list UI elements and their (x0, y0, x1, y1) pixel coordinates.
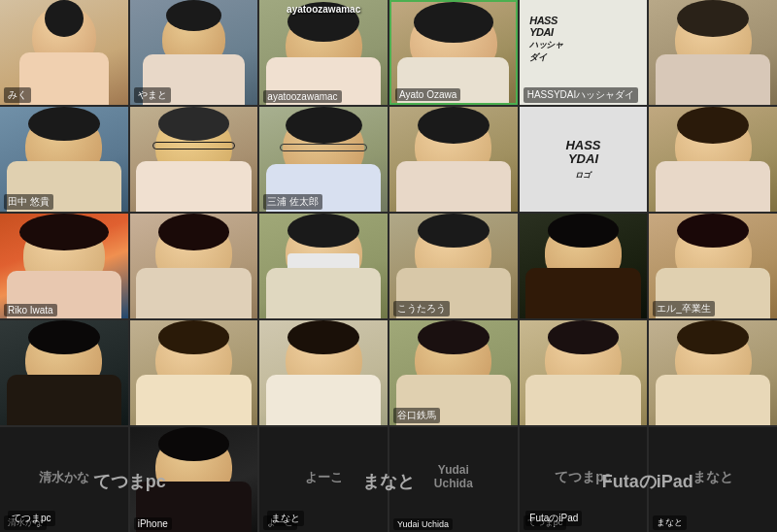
name-manato: まなと (653, 515, 687, 530)
name-koutarou: こうたろう (393, 301, 450, 316)
cell-iphone[interactable]: iPhone (130, 427, 258, 532)
name-yudai: Yudai Uchida (393, 518, 453, 530)
cell-unknown9[interactable] (130, 320, 258, 425)
cell-koutarou[interactable]: こうたろう (389, 214, 518, 318)
cell-unknown1[interactable] (649, 0, 777, 105)
cell-unknown3[interactable] (389, 107, 518, 212)
hassydai-text: HASSYDAIハッシャダイ (529, 15, 562, 63)
center-text-yoko: よーこ (305, 469, 343, 486)
name-taniguchi: 谷口鉄馬 (393, 408, 440, 423)
cell-unknown6[interactable] (259, 214, 388, 318)
cell-unknown7[interactable] (520, 214, 648, 318)
cell-tanaka[interactable]: 田中 悠貴 (0, 107, 128, 212)
hassydai-logo2: HASSYDAIロゴ (565, 139, 600, 181)
cell-yoko[interactable]: よーこ よーこ (259, 427, 388, 532)
center-text-yudai: Yudai Uchida (422, 463, 486, 490)
name-iphone: iPhone (134, 517, 172, 530)
name-hassydai1: HASSYDAIハッシャダイ (524, 87, 639, 103)
cell-tetsumapc[interactable]: てつまpc てつまpc (520, 427, 648, 532)
cell-glasses[interactable] (130, 107, 258, 212)
top-label-ayato: ayatoozawamac (287, 4, 360, 15)
cell-miku[interactable]: みく (0, 0, 128, 105)
cell-manato[interactable]: まなと まなと (649, 427, 777, 532)
cell-ayatoozawamac[interactable]: ayatoozawamac ayatoozawamac (259, 0, 388, 105)
cell-hassydai2[interactable]: HASSYDAIロゴ (520, 107, 648, 212)
cell-yudai[interactable]: Yudai Uchida Yudai Uchida (389, 427, 518, 532)
name-miku: みく (4, 87, 31, 103)
name-shimizukana: 清水かな (4, 515, 47, 530)
cell-unknown11[interactable] (520, 320, 648, 425)
cell-riko[interactable]: Riko Iwata (0, 214, 128, 318)
cell-unknown10[interactable] (259, 320, 388, 425)
name-miura: 三浦 佐太郎 (263, 194, 322, 210)
name-ayato-ozawa: Ayato Ozawa (395, 88, 460, 101)
center-text-manato: まなと (693, 469, 733, 486)
name-yoko: よーこ (263, 515, 297, 530)
cell-yamato[interactable]: やまと (130, 0, 258, 105)
name-eru: エル_卒業生 (653, 301, 715, 316)
video-grid: みく やまと ayatoozawamac ayatoozawamac Ayato (0, 0, 777, 532)
cell-unknown12[interactable] (649, 320, 777, 425)
cell-taniguchi[interactable]: 谷口鉄馬 (389, 320, 518, 425)
center-text-tetsumapc: てつまpc (555, 469, 611, 486)
cell-miura[interactable]: 三浦 佐太郎 (259, 107, 388, 212)
name-yamato: やまと (134, 87, 171, 103)
cell-unknown8[interactable] (0, 320, 128, 425)
name-riko: Riko Iwata (4, 304, 57, 316)
name-tanaka: 田中 悠貴 (4, 194, 53, 210)
cell-hassydai1[interactable]: HASSYDAIハッシャダイ HASSYDAIハッシャダイ (520, 0, 648, 105)
cell-eru[interactable]: エル_卒業生 (649, 214, 777, 318)
name-ayatoozawamac: ayatoozawamac (263, 90, 341, 103)
name-tetsumapc: てつまpc (524, 515, 567, 530)
cell-unknown4[interactable] (649, 107, 777, 212)
center-text-shimizukana: 清水かな (39, 469, 89, 486)
cell-shimizukana[interactable]: 清水かな 清水かな (0, 427, 128, 532)
cell-ayato-ozawa[interactable]: Ayato Ozawa (389, 0, 518, 105)
cell-unknown5[interactable] (130, 214, 258, 318)
